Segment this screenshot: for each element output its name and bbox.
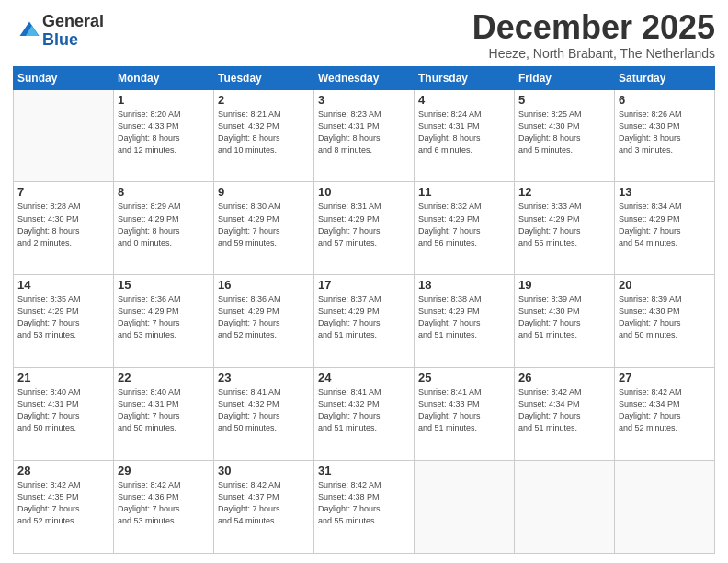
day-number: 11 xyxy=(418,185,510,199)
table-row: 10Sunrise: 8:31 AMSunset: 4:29 PMDayligh… xyxy=(314,182,415,275)
table-row: 8Sunrise: 8:29 AMSunset: 4:29 PMDaylight… xyxy=(114,182,214,275)
table-row: 11Sunrise: 8:32 AMSunset: 4:29 PMDayligh… xyxy=(415,182,515,275)
col-saturday: Saturday xyxy=(615,66,715,89)
day-info: Sunrise: 8:30 AMSunset: 4:29 PMDaylight:… xyxy=(218,201,310,248)
calendar-week-row: 1Sunrise: 8:20 AMSunset: 4:33 PMDaylight… xyxy=(14,89,715,182)
day-number: 22 xyxy=(118,371,210,385)
table-row: 6Sunrise: 8:26 AMSunset: 4:30 PMDaylight… xyxy=(615,89,715,182)
table-row: 28Sunrise: 8:42 AMSunset: 4:35 PMDayligh… xyxy=(14,461,114,554)
day-number: 4 xyxy=(418,93,510,107)
table-row: 7Sunrise: 8:28 AMSunset: 4:30 PMDaylight… xyxy=(14,182,114,275)
table-row: 17Sunrise: 8:37 AMSunset: 4:29 PMDayligh… xyxy=(314,275,415,368)
table-row: 9Sunrise: 8:30 AMSunset: 4:29 PMDaylight… xyxy=(214,182,314,275)
table-row: 15Sunrise: 8:36 AMSunset: 4:29 PMDayligh… xyxy=(114,275,214,368)
day-number: 27 xyxy=(619,371,711,385)
day-number: 24 xyxy=(318,371,410,385)
day-number: 21 xyxy=(17,371,109,385)
day-info: Sunrise: 8:42 AMSunset: 4:38 PMDaylight:… xyxy=(318,479,410,527)
day-number: 30 xyxy=(218,464,310,477)
day-number: 7 xyxy=(17,185,109,199)
day-number: 28 xyxy=(17,464,109,477)
table-row: 23Sunrise: 8:41 AMSunset: 4:32 PMDayligh… xyxy=(214,368,314,461)
day-number: 19 xyxy=(518,278,610,292)
table-row: 1Sunrise: 8:20 AMSunset: 4:33 PMDaylight… xyxy=(114,89,214,182)
calendar-week-row: 14Sunrise: 8:35 AMSunset: 4:29 PMDayligh… xyxy=(14,275,715,368)
calendar-table: Sunday Monday Tuesday Wednesday Thursday… xyxy=(13,66,715,554)
table-row: 12Sunrise: 8:33 AMSunset: 4:29 PMDayligh… xyxy=(515,182,615,275)
day-info: Sunrise: 8:39 AMSunset: 4:30 PMDaylight:… xyxy=(619,293,711,341)
col-thursday: Thursday xyxy=(415,66,515,89)
day-info: Sunrise: 8:36 AMSunset: 4:29 PMDaylight:… xyxy=(118,293,210,341)
table-row: 14Sunrise: 8:35 AMSunset: 4:29 PMDayligh… xyxy=(14,275,114,368)
day-info: Sunrise: 8:42 AMSunset: 4:34 PMDaylight:… xyxy=(619,386,711,434)
table-row: 21Sunrise: 8:40 AMSunset: 4:31 PMDayligh… xyxy=(14,368,114,461)
day-number: 1 xyxy=(118,93,210,107)
calendar-week-row: 21Sunrise: 8:40 AMSunset: 4:31 PMDayligh… xyxy=(14,368,715,461)
table-row: 3Sunrise: 8:23 AMSunset: 4:31 PMDaylight… xyxy=(314,89,415,182)
col-monday: Monday xyxy=(114,66,214,89)
table-row: 18Sunrise: 8:38 AMSunset: 4:29 PMDayligh… xyxy=(415,275,515,368)
day-number: 25 xyxy=(418,371,510,385)
day-number: 17 xyxy=(318,278,410,292)
table-row: 5Sunrise: 8:25 AMSunset: 4:30 PMDaylight… xyxy=(515,89,615,182)
table-row: 4Sunrise: 8:24 AMSunset: 4:31 PMDaylight… xyxy=(415,89,515,182)
table-row: 20Sunrise: 8:39 AMSunset: 4:30 PMDayligh… xyxy=(615,275,715,368)
day-info: Sunrise: 8:39 AMSunset: 4:30 PMDaylight:… xyxy=(518,293,610,341)
month-title: December 2025 xyxy=(472,9,715,46)
day-info: Sunrise: 8:24 AMSunset: 4:31 PMDaylight:… xyxy=(418,109,510,156)
table-row xyxy=(14,89,114,182)
day-number: 10 xyxy=(318,185,410,199)
table-row: 27Sunrise: 8:42 AMSunset: 4:34 PMDayligh… xyxy=(615,368,715,461)
col-friday: Friday xyxy=(515,66,615,89)
table-row: 31Sunrise: 8:42 AMSunset: 4:38 PMDayligh… xyxy=(314,461,415,554)
day-number: 26 xyxy=(518,371,610,385)
day-info: Sunrise: 8:31 AMSunset: 4:29 PMDaylight:… xyxy=(318,201,410,248)
day-number: 23 xyxy=(218,371,310,385)
location: Heeze, North Brabant, The Netherlands xyxy=(472,46,715,61)
day-info: Sunrise: 8:42 AMSunset: 4:37 PMDaylight:… xyxy=(218,479,310,527)
day-info: Sunrise: 8:20 AMSunset: 4:33 PMDaylight:… xyxy=(118,109,210,156)
table-row xyxy=(615,461,715,554)
table-row: 22Sunrise: 8:40 AMSunset: 4:31 PMDayligh… xyxy=(114,368,214,461)
calendar-header-row: Sunday Monday Tuesday Wednesday Thursday… xyxy=(14,66,715,89)
col-sunday: Sunday xyxy=(14,66,114,89)
day-number: 6 xyxy=(619,93,711,107)
table-row: 16Sunrise: 8:36 AMSunset: 4:29 PMDayligh… xyxy=(214,275,314,368)
table-row: 30Sunrise: 8:42 AMSunset: 4:37 PMDayligh… xyxy=(214,461,314,554)
day-info: Sunrise: 8:36 AMSunset: 4:29 PMDaylight:… xyxy=(218,293,310,341)
day-number: 13 xyxy=(619,185,711,199)
day-info: Sunrise: 8:41 AMSunset: 4:32 PMDaylight:… xyxy=(218,386,310,434)
day-info: Sunrise: 8:21 AMSunset: 4:32 PMDaylight:… xyxy=(218,109,310,156)
col-wednesday: Wednesday xyxy=(314,66,415,89)
col-tuesday: Tuesday xyxy=(214,66,314,89)
logo: General Blue xyxy=(13,13,104,50)
day-number: 9 xyxy=(218,185,310,199)
day-info: Sunrise: 8:42 AMSunset: 4:36 PMDaylight:… xyxy=(118,479,210,527)
day-info: Sunrise: 8:42 AMSunset: 4:34 PMDaylight:… xyxy=(518,386,610,434)
day-number: 14 xyxy=(17,278,109,292)
table-row xyxy=(515,461,615,554)
day-info: Sunrise: 8:29 AMSunset: 4:29 PMDaylight:… xyxy=(118,201,210,248)
logo-icon xyxy=(17,17,42,42)
table-row xyxy=(415,461,515,554)
day-info: Sunrise: 8:34 AMSunset: 4:29 PMDaylight:… xyxy=(619,201,711,248)
day-number: 5 xyxy=(518,93,610,107)
day-info: Sunrise: 8:23 AMSunset: 4:31 PMDaylight:… xyxy=(318,109,410,156)
day-info: Sunrise: 8:28 AMSunset: 4:30 PMDaylight:… xyxy=(17,201,109,248)
logo-text: General Blue xyxy=(42,13,104,50)
day-number: 16 xyxy=(218,278,310,292)
table-row: 29Sunrise: 8:42 AMSunset: 4:36 PMDayligh… xyxy=(114,461,214,554)
calendar-week-row: 7Sunrise: 8:28 AMSunset: 4:30 PMDaylight… xyxy=(14,182,715,275)
day-info: Sunrise: 8:42 AMSunset: 4:35 PMDaylight:… xyxy=(17,479,109,527)
logo-general: General xyxy=(42,13,104,31)
day-info: Sunrise: 8:41 AMSunset: 4:32 PMDaylight:… xyxy=(318,386,410,434)
day-number: 12 xyxy=(518,185,610,199)
day-info: Sunrise: 8:40 AMSunset: 4:31 PMDaylight:… xyxy=(17,386,109,434)
table-row: 2Sunrise: 8:21 AMSunset: 4:32 PMDaylight… xyxy=(214,89,314,182)
logo-blue: Blue xyxy=(42,31,104,50)
page: General Blue December 2025 Heeze, North … xyxy=(0,0,728,563)
table-row: 13Sunrise: 8:34 AMSunset: 4:29 PMDayligh… xyxy=(615,182,715,275)
day-number: 29 xyxy=(118,464,210,477)
day-number: 31 xyxy=(318,464,410,477)
day-info: Sunrise: 8:25 AMSunset: 4:30 PMDaylight:… xyxy=(518,109,610,156)
